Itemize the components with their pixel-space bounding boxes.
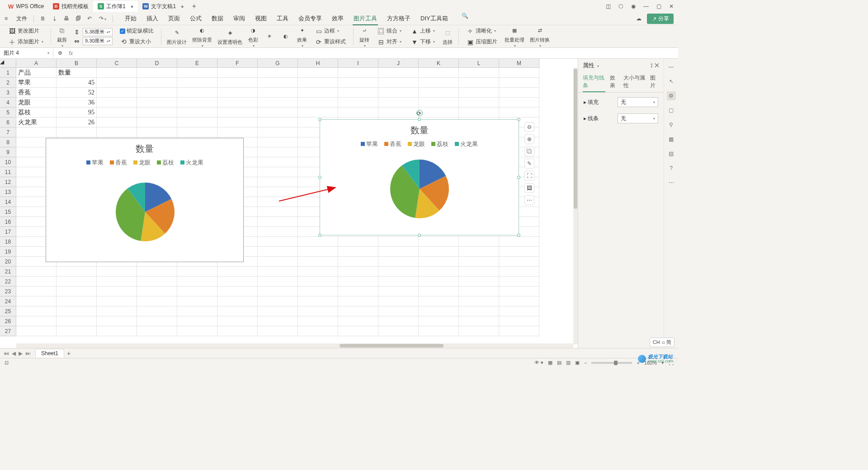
cell[interactable] xyxy=(177,118,217,127)
cell[interactable] xyxy=(57,287,97,296)
cell[interactable] xyxy=(57,277,97,287)
menu-tab-efficiency[interactable]: 效率 xyxy=(331,13,344,25)
cell[interactable] xyxy=(16,316,57,326)
cell[interactable] xyxy=(419,326,459,336)
row-header[interactable]: 26 xyxy=(0,316,16,326)
row-header[interactable]: 19 xyxy=(0,247,16,257)
cell[interactable] xyxy=(338,257,378,267)
cell[interactable]: 52 xyxy=(57,88,97,98)
cell[interactable] xyxy=(137,68,177,78)
cell[interactable] xyxy=(419,277,459,287)
cell[interactable] xyxy=(217,296,258,306)
cell[interactable] xyxy=(378,326,419,336)
cell[interactable] xyxy=(57,316,97,326)
cell[interactable] xyxy=(378,88,419,98)
sheet-nav-last-icon[interactable]: ⏭ xyxy=(25,350,31,357)
prop-tab-size[interactable]: 大小与属性 xyxy=(623,72,646,92)
cell[interactable] xyxy=(338,306,378,316)
cell[interactable] xyxy=(177,88,217,98)
col-header[interactable]: J xyxy=(378,59,419,68)
window-avatar-icon[interactable]: ◉ xyxy=(630,3,637,9)
cell[interactable] xyxy=(298,316,338,326)
row-header[interactable]: 9 xyxy=(0,147,16,157)
cell[interactable] xyxy=(499,237,539,247)
cell[interactable] xyxy=(97,108,137,118)
cell[interactable] xyxy=(499,108,539,118)
fit-tool-icon[interactable]: ⛶ xyxy=(524,171,534,181)
batch-button[interactable]: ▦批量处理▾ xyxy=(503,25,526,48)
menu-hamburger-icon[interactable]: ≡ xyxy=(5,15,12,23)
menu-tab-tools[interactable]: 工具 xyxy=(276,13,289,25)
col-header[interactable]: A xyxy=(16,59,57,68)
shape-tool-icon[interactable]: ▢ xyxy=(667,106,676,115)
cell[interactable] xyxy=(217,306,258,316)
cell[interactable] xyxy=(459,98,499,108)
view-page-icon[interactable]: ▤ xyxy=(557,360,561,366)
cell[interactable] xyxy=(298,306,338,316)
menu-tab-formula[interactable]: 公式 xyxy=(189,13,203,25)
cell[interactable] xyxy=(137,98,177,108)
cell[interactable] xyxy=(378,108,419,118)
link-tool-icon[interactable]: ⚲ xyxy=(667,120,676,129)
cell[interactable] xyxy=(97,267,137,277)
layer-tool-icon[interactable]: ▤ xyxy=(667,149,676,158)
row-header[interactable]: 3 xyxy=(0,88,16,98)
save-icon[interactable]: 🗎 xyxy=(40,15,47,23)
redo-icon[interactable]: ↷▾ xyxy=(99,15,106,23)
cell[interactable] xyxy=(419,68,459,78)
ime-indicator[interactable]: CH ♫ 简 xyxy=(650,338,675,347)
cell[interactable] xyxy=(217,78,258,88)
zoom-out-icon[interactable]: ⊖ xyxy=(524,122,534,132)
cell[interactable] xyxy=(97,326,137,336)
menu-tab-ffgz[interactable]: 方方格子 xyxy=(386,13,411,25)
cell[interactable] xyxy=(459,296,499,306)
share-button[interactable]: ⭷ 分享 xyxy=(647,14,674,24)
cell[interactable] xyxy=(97,296,137,306)
cell[interactable] xyxy=(459,88,499,98)
row-header[interactable]: 22 xyxy=(0,277,16,287)
fill-select[interactable]: 无▾ xyxy=(618,97,658,107)
row-header[interactable]: 5 xyxy=(0,108,16,118)
cell[interactable]: 95 xyxy=(57,108,97,118)
menu-tab-data[interactable]: 数据 xyxy=(211,13,224,25)
cell[interactable] xyxy=(217,287,258,296)
cell[interactable] xyxy=(97,306,137,316)
sheet-tab-1[interactable]: Sheet1 xyxy=(35,349,64,357)
cell[interactable] xyxy=(177,127,217,137)
cell[interactable] xyxy=(137,118,177,127)
cell[interactable] xyxy=(419,237,459,247)
cell[interactable] xyxy=(57,296,97,306)
cell[interactable] xyxy=(459,78,499,88)
settings-tool-icon[interactable]: ⚙ xyxy=(667,91,676,100)
cell[interactable] xyxy=(177,108,217,118)
cell[interactable] xyxy=(338,326,378,336)
sheet-nav-first-icon[interactable]: ⏮ xyxy=(4,350,9,357)
cell[interactable] xyxy=(298,267,338,277)
cell[interactable] xyxy=(137,316,177,326)
cell[interactable] xyxy=(217,127,258,137)
cell[interactable] xyxy=(419,247,459,257)
row-header[interactable]: 1 xyxy=(0,68,16,78)
row-header[interactable]: 15 xyxy=(0,207,16,217)
vertical-scrollbar[interactable] xyxy=(573,68,578,344)
col-header[interactable]: C xyxy=(97,59,137,68)
cell[interactable] xyxy=(459,257,499,267)
menu-tab-page[interactable]: 页面 xyxy=(167,13,181,25)
row-header[interactable]: 23 xyxy=(0,287,16,296)
cell[interactable] xyxy=(459,267,499,277)
cell[interactable] xyxy=(258,296,298,306)
move-down-button[interactable]: ▼下移▾ xyxy=(409,37,437,47)
cell[interactable] xyxy=(258,326,298,336)
help-icon[interactable]: ? xyxy=(667,164,676,173)
menu-tab-insert[interactable]: 插入 xyxy=(146,13,159,25)
magic-tool-icon[interactable]: ✎ xyxy=(524,159,534,169)
cell[interactable] xyxy=(338,108,378,118)
cell[interactable] xyxy=(258,237,298,247)
cell[interactable] xyxy=(57,267,97,277)
tab-add-button[interactable]: + xyxy=(189,2,200,10)
cell[interactable] xyxy=(419,98,459,108)
change-pic-button[interactable]: 🖼更改图片 xyxy=(6,26,45,36)
zoom-in-icon[interactable]: ⊕ xyxy=(524,134,534,144)
cell[interactable] xyxy=(298,237,338,247)
effect-button[interactable]: ✦效果▾ xyxy=(295,25,309,48)
